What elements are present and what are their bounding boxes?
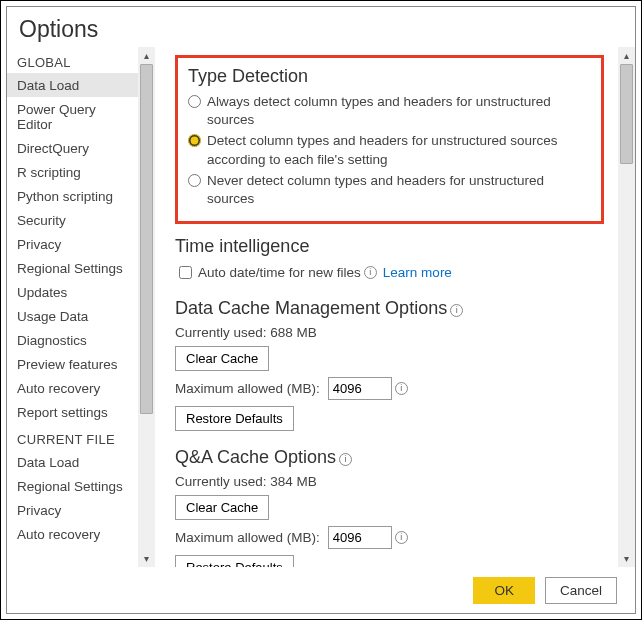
radio-never-detect-label: Never detect column types and headers fo… [207,172,591,208]
qa-cache-max-input[interactable] [328,526,392,549]
restore-qa-cache-button[interactable]: Restore Defaults [175,555,294,567]
scroll-thumb[interactable] [140,64,153,414]
sidebar-item-python-scripting[interactable]: Python scripting [7,184,138,208]
sidebar-item-diagnostics[interactable]: Diagnostics [7,328,138,352]
sidebar-nav: GLOBAL Data Load Power Query Editor Dire… [7,47,138,567]
restore-data-cache-button[interactable]: Restore Defaults [175,406,294,431]
sidebar-item-directquery[interactable]: DirectQuery [7,136,138,160]
cancel-button[interactable]: Cancel [545,577,617,604]
sidebar-currentfile-header: CURRENT FILE [7,424,138,450]
qa-cache-heading: Q&A Cache Options [175,447,336,467]
sidebar-item-cf-privacy[interactable]: Privacy [7,498,138,522]
sidebar-item-privacy[interactable]: Privacy [7,232,138,256]
time-intelligence-heading: Time intelligence [175,236,604,257]
data-cache-heading: Data Cache Management Options [175,298,447,318]
qa-cache-max-label: Maximum allowed (MB): [175,530,320,545]
window-title: Options [7,7,635,47]
scroll-up-icon[interactable]: ▴ [618,47,635,64]
data-cache-max-label: Maximum allowed (MB): [175,381,320,396]
sidebar-scrollbar[interactable]: ▴ ▾ [138,47,155,567]
radio-detect-each-file-label: Detect column types and headers for unst… [207,132,591,168]
sidebar-item-report-settings[interactable]: Report settings [7,400,138,424]
type-detection-heading: Type Detection [188,66,591,87]
scroll-up-icon[interactable]: ▴ [138,47,155,64]
data-cache-used-label: Currently used: 688 MB [175,325,317,340]
sidebar-item-power-query-editor[interactable]: Power Query Editor [7,97,138,136]
ok-button[interactable]: OK [473,577,535,604]
radio-never-detect[interactable] [188,174,201,187]
sidebar-item-data-load[interactable]: Data Load [7,73,138,97]
scroll-down-icon[interactable]: ▾ [138,550,155,567]
type-detection-section: Type Detection Always detect column type… [175,55,604,224]
checkbox-auto-datetime[interactable] [179,266,192,279]
sidebar-item-updates[interactable]: Updates [7,280,138,304]
sidebar-global-header: GLOBAL [7,47,138,73]
sidebar-item-preview-features[interactable]: Preview features [7,352,138,376]
learn-more-link[interactable]: Learn more [383,265,452,280]
sidebar-item-auto-recovery[interactable]: Auto recovery [7,376,138,400]
info-icon[interactable]: i [339,453,352,466]
sidebar-item-regional-settings[interactable]: Regional Settings [7,256,138,280]
sidebar-item-cf-auto-recovery[interactable]: Auto recovery [7,522,138,546]
scroll-thumb[interactable] [620,64,633,164]
radio-always-detect[interactable] [188,95,201,108]
sidebar-item-cf-regional-settings[interactable]: Regional Settings [7,474,138,498]
sidebar-item-cf-data-load[interactable]: Data Load [7,450,138,474]
sidebar-item-security[interactable]: Security [7,208,138,232]
clear-qa-cache-button[interactable]: Clear Cache [175,495,269,520]
content-scrollbar[interactable]: ▴ ▾ [618,47,635,567]
qa-cache-used-label: Currently used: 384 MB [175,474,317,489]
info-icon[interactable]: i [395,382,408,395]
radio-always-detect-label: Always detect column types and headers f… [207,93,591,129]
scroll-down-icon[interactable]: ▾ [618,550,635,567]
info-icon[interactable]: i [364,266,377,279]
data-cache-max-input[interactable] [328,377,392,400]
sidebar-item-usage-data[interactable]: Usage Data [7,304,138,328]
clear-data-cache-button[interactable]: Clear Cache [175,346,269,371]
info-icon[interactable]: i [395,531,408,544]
sidebar-item-r-scripting[interactable]: R scripting [7,160,138,184]
info-icon[interactable]: i [450,304,463,317]
radio-detect-each-file[interactable] [188,134,201,147]
checkbox-auto-datetime-label: Auto date/time for new files [198,265,361,280]
